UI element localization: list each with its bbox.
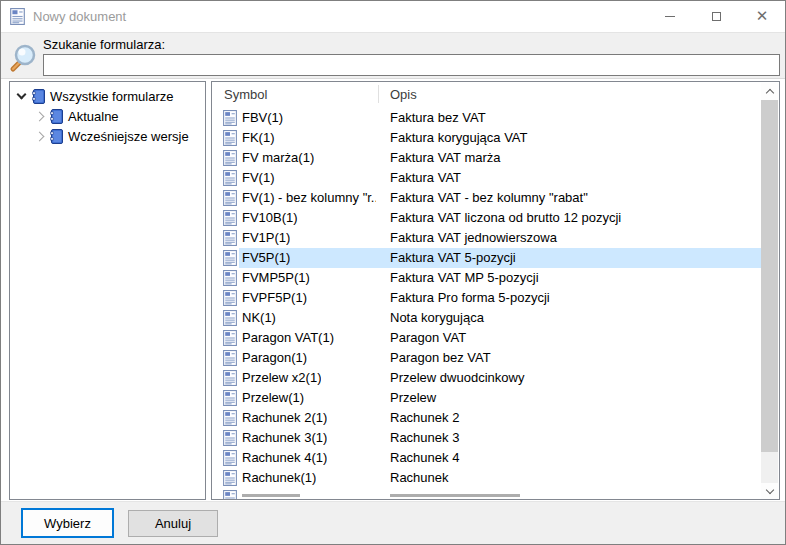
maximize-button[interactable] <box>693 1 739 32</box>
document-icon <box>223 210 237 229</box>
scroll-down-button[interactable] <box>761 483 778 500</box>
clipped-text <box>390 494 520 497</box>
scrollbar-thumb[interactable] <box>761 100 778 452</box>
row-opis: Przelew <box>390 390 436 405</box>
table-row[interactable]: FV(1) - bez kolumny "r...Faktura VAT - b… <box>212 188 762 208</box>
document-icon <box>223 490 237 500</box>
table-row[interactable]: Przelew x2(1)Przelew dwuodcinkowy <box>212 368 762 388</box>
cancel-button[interactable]: Anuluj <box>128 510 218 537</box>
binder-icon <box>50 129 63 144</box>
chevron-down-icon <box>765 486 773 494</box>
maximize-icon <box>712 12 721 21</box>
search-panel: Szukanie formularza: <box>1 32 785 79</box>
row-symbol: FBV(1) <box>242 110 283 125</box>
forms-list: Symbol Opis FBV(1)Faktura bez VATFK(1)Fa… <box>211 81 780 500</box>
table-row[interactable]: Rachunek(1)Rachunek <box>212 468 762 488</box>
vertical-scrollbar[interactable] <box>761 83 778 500</box>
close-button[interactable]: ✕ <box>739 1 785 32</box>
magnifier-icon <box>7 42 38 78</box>
row-symbol: FK(1) <box>242 130 275 145</box>
row-opis: Paragon VAT <box>390 330 466 345</box>
tree-item-label: Wszystkie formularze <box>50 89 174 104</box>
search-label: Szukanie formularza: <box>43 37 165 52</box>
select-button[interactable]: Wybierz <box>21 508 114 538</box>
row-opis: Faktura VAT liczona od brutto 12 pozycji <box>390 210 621 225</box>
chevron-collapsed-icon[interactable] <box>35 111 45 121</box>
row-opis: Faktura VAT <box>390 170 461 185</box>
minimize-button[interactable] <box>647 1 693 32</box>
table-row-partial[interactable] <box>212 488 762 500</box>
tree-item-label: Wcześniejsze wersje <box>68 129 189 144</box>
table-row[interactable]: FBV(1)Faktura bez VAT <box>212 108 762 128</box>
row-opis: Faktura VAT jednowierszowa <box>390 230 557 245</box>
document-icon <box>223 230 237 249</box>
row-opis: Faktura VAT marża <box>390 150 501 165</box>
document-icon <box>223 250 237 269</box>
table-row[interactable]: FV(1)Faktura VAT <box>212 168 762 188</box>
table-row[interactable]: FV1P(1)Faktura VAT jednowierszowa <box>212 228 762 248</box>
table-row[interactable]: Rachunek 2(1)Rachunek 2 <box>212 408 762 428</box>
row-opis: Paragon bez VAT <box>390 350 491 365</box>
row-symbol: FV(1) <box>242 170 275 185</box>
document-icon <box>223 430 237 449</box>
row-symbol: Paragon VAT(1) <box>242 330 334 345</box>
table-row[interactable]: FVMP5P(1)Faktura VAT MP 5-pozycji <box>212 268 762 288</box>
chevron-collapsed-icon[interactable] <box>35 131 45 141</box>
row-symbol: FVMP5P(1) <box>242 270 310 285</box>
window-title: Nowy dokument <box>33 9 126 24</box>
document-icon <box>223 170 237 189</box>
close-icon: ✕ <box>756 8 769 23</box>
tree-item-wszystkie-formularze[interactable]: Wszystkie formularze <box>10 86 205 106</box>
document-icon <box>223 110 237 129</box>
row-opis: Rachunek 4 <box>390 450 459 465</box>
row-opis: Faktura bez VAT <box>390 110 486 125</box>
table-row[interactable]: FV10B(1)Faktura VAT liczona od brutto 12… <box>212 208 762 228</box>
tree-item-aktualne[interactable]: Aktualne <box>10 106 205 126</box>
row-symbol: Paragon(1) <box>242 350 307 365</box>
document-icon <box>223 370 237 389</box>
row-symbol: Przelew x2(1) <box>242 370 321 385</box>
row-opis: Przelew dwuodcinkowy <box>390 370 524 385</box>
document-icon <box>223 390 237 409</box>
tree-item-label: Aktualne <box>68 109 119 124</box>
row-symbol: Rachunek 4(1) <box>242 450 327 465</box>
scroll-up-button[interactable] <box>761 83 778 100</box>
document-icon <box>223 410 237 429</box>
row-opis: Rachunek 3 <box>390 430 459 445</box>
table-row[interactable]: FVPF5P(1)Faktura Pro forma 5-pozycji <box>212 288 762 308</box>
row-symbol: FV1P(1) <box>242 230 290 245</box>
table-row[interactable]: FV5P(1)Faktura VAT 5-pozycji <box>212 248 762 268</box>
document-icon <box>223 450 237 469</box>
document-icon <box>223 310 237 329</box>
list-header: Symbol Opis <box>212 82 762 108</box>
row-opis: Faktura VAT 5-pozycji <box>390 250 516 265</box>
document-icon <box>223 350 237 369</box>
row-symbol: Przelew(1) <box>242 390 304 405</box>
table-row[interactable]: NK(1)Nota korygująca <box>212 308 762 328</box>
document-icon <box>10 8 25 29</box>
table-row[interactable]: FV marża(1)Faktura VAT marża <box>212 148 762 168</box>
row-symbol: Rachunek 2(1) <box>242 410 327 425</box>
table-row[interactable]: Rachunek 4(1)Rachunek 4 <box>212 448 762 468</box>
chevron-up-icon <box>765 89 773 97</box>
document-icon <box>223 290 237 309</box>
row-symbol: FV marża(1) <box>242 150 314 165</box>
document-icon <box>223 330 237 349</box>
table-row[interactable]: Przelew(1)Przelew <box>212 388 762 408</box>
row-opis: Faktura Pro forma 5-pozycji <box>390 290 550 305</box>
search-input[interactable] <box>43 54 780 76</box>
binder-icon <box>32 89 45 104</box>
tree-item-wcze-niejsze-wersje[interactable]: Wcześniejsze wersje <box>10 126 205 146</box>
row-opis: Rachunek <box>390 470 449 485</box>
table-row[interactable]: FK(1)Faktura korygująca VAT <box>212 128 762 148</box>
binder-icon <box>50 109 63 124</box>
row-opis: Rachunek 2 <box>390 410 459 425</box>
title-bar: Nowy dokument ✕ <box>1 1 785 32</box>
table-row[interactable]: Paragon(1)Paragon bez VAT <box>212 348 762 368</box>
column-header-symbol[interactable]: Symbol <box>224 87 267 102</box>
column-header-opis[interactable]: Opis <box>390 87 417 102</box>
table-row[interactable]: Rachunek 3(1)Rachunek 3 <box>212 428 762 448</box>
table-row[interactable]: Paragon VAT(1)Paragon VAT <box>212 328 762 348</box>
chevron-expanded-icon[interactable] <box>17 89 27 99</box>
row-opis: Nota korygująca <box>390 310 484 325</box>
